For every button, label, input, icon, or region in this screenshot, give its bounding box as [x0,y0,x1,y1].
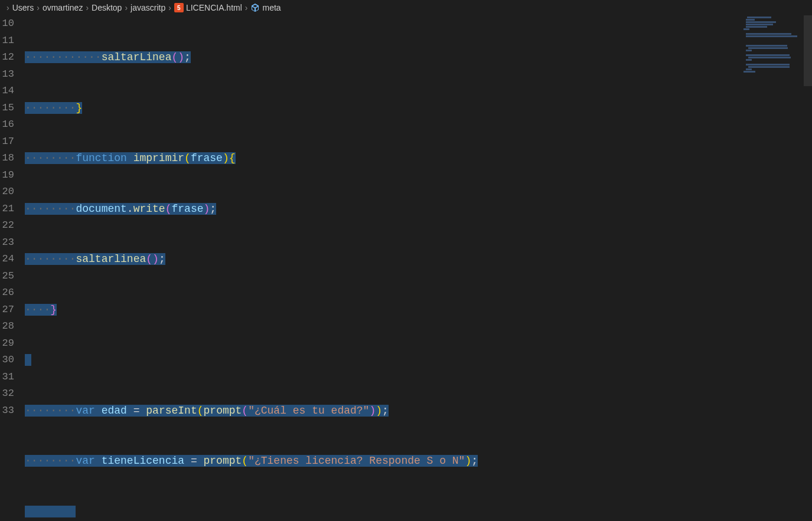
breadcrumb-item[interactable]: javascritp [131,3,165,12]
line-number: 10 [0,15,14,32]
breadcrumb-item[interactable]: ovmartinez [43,3,83,12]
breadcrumb-item[interactable]: Users [12,3,34,12]
chevron-right-icon: › [125,3,128,12]
code-line[interactable] [25,352,812,369]
code-line[interactable]: ············saltarLinea(); [25,49,812,66]
breadcrumb-item-symbol[interactable]: meta [250,3,281,12]
line-number-gutter: 1011121314151617181920212223242526272829… [0,15,25,521]
line-number: 17 [0,133,14,150]
line-number: 12 [0,49,14,66]
code-line[interactable]: ········var tieneLicencia = prompt("¿Tie… [25,453,812,470]
minimap-content [741,17,801,73]
line-number: 26 [0,284,14,302]
editor[interactable]: 1011121314151617181920212223242526272829… [0,15,812,521]
code-content[interactable]: ············saltarLinea(); ········} ···… [25,15,812,521]
line-number: 15 [0,100,14,117]
breadcrumb-symbol-label: meta [262,3,281,12]
line-number: 29 [0,335,14,352]
code-line[interactable]: ········document.write(frase); [25,201,812,218]
vertical-scrollbar[interactable] [804,15,812,521]
scrollbar-thumb[interactable] [804,15,812,86]
line-number: 32 [0,385,14,402]
code-line[interactable]: ········var edad = parseInt(prompt("¿Cuá… [25,402,812,420]
breadcrumb-item-file[interactable]: 5 LICENCIA.html [174,3,242,12]
breadcrumb-file-label: LICENCIA.html [186,3,242,12]
line-number: 27 [0,302,14,319]
line-number: 33 [0,402,14,420]
html5-icon: 5 [174,3,184,12]
code-line[interactable]: ········saltarlinea(); [25,251,812,268]
chevron-right-icon: › [37,3,40,12]
symbol-icon [250,3,260,12]
line-number: 11 [0,32,14,50]
chevron-right-icon: › [245,3,248,12]
chevron-right-icon: › [168,3,171,12]
line-number: 24 [0,251,14,268]
chevron-right-icon: › [6,3,9,12]
line-number: 14 [0,83,14,100]
line-number: 25 [0,268,14,285]
line-number: 20 [0,184,14,201]
line-number: 21 [0,201,14,218]
breadcrumb-item[interactable]: Desktop [92,3,122,12]
line-number: 19 [0,167,14,184]
code-line[interactable]: ········} [25,100,812,117]
code-line[interactable]: ····} [25,302,812,319]
line-number: 28 [0,318,14,335]
line-number: 13 [0,66,14,83]
code-line[interactable] [25,503,812,520]
breadcrumb: › Users › ovmartinez › Desktop › javascr… [0,0,812,15]
minimap[interactable] [739,15,804,521]
line-number: 16 [0,116,14,133]
line-number: 23 [0,234,14,251]
line-number: 22 [0,217,14,234]
line-number: 30 [0,352,14,369]
line-number: 18 [0,150,14,167]
chevron-right-icon: › [86,3,89,12]
line-number: 31 [0,369,14,386]
code-line[interactable]: ········function imprimir(frase){ [25,150,812,167]
